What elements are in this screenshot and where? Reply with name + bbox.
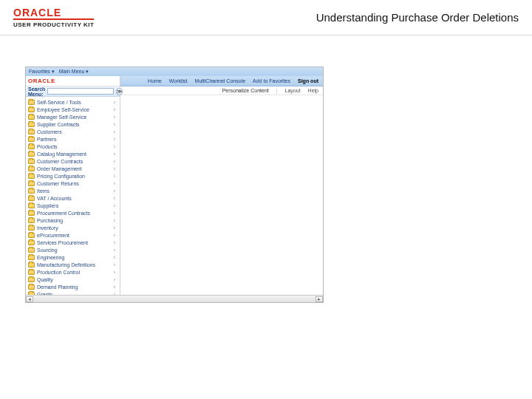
nav-worklist[interactable]: Worklist [169, 78, 188, 83]
submenu-caret-icon: › [114, 159, 120, 164]
oracle-upk-subtitle: USER PRODUCTIVITY KIT [13, 18, 94, 28]
folder-icon [28, 181, 35, 186]
scroll-left-arrow-icon[interactable]: ◄ [26, 296, 33, 302]
menu-item[interactable]: Customers› [28, 128, 120, 135]
nav-add-to-favorites[interactable]: Add to Favorites [253, 78, 290, 83]
menu-item-label: Services Procurement [37, 240, 88, 245]
folder-icon [28, 107, 35, 112]
menu-item[interactable]: Sourcing› [28, 246, 120, 253]
folder-icon [28, 277, 35, 282]
search-menu-input[interactable] [47, 88, 114, 95]
submenu-caret-icon: › [114, 225, 120, 231]
folder-icon [28, 240, 35, 245]
main-menu[interactable]: Main Menu ▾ [59, 69, 89, 75]
menu-item-label: Demand Planning [37, 284, 78, 290]
nav-multichannel-console[interactable]: MultiChannel Console [195, 78, 245, 83]
folder-icon [28, 225, 35, 231]
submenu-caret-icon: › [114, 115, 120, 120]
submenu-caret-icon: › [114, 218, 120, 223]
embedded-app-window: Favorites ▾ Main Menu ▾ ORACLE Search Me… [25, 66, 324, 303]
menu-item-label: Products [37, 144, 58, 149]
submenu-caret-icon: › [114, 196, 120, 201]
menu-item[interactable]: Demand Planning› [28, 283, 120, 290]
menu-item[interactable]: Products› [28, 143, 120, 150]
nav-sign-out[interactable]: Sign out [298, 78, 318, 83]
submenu-caret-icon: › [114, 203, 120, 208]
menu-item[interactable]: Services Procurement› [28, 239, 120, 246]
menu-item-label: Manager Self-Service [37, 115, 86, 120]
menu-item[interactable]: Manufacturing Definitions› [28, 261, 120, 268]
in-app-oracle-logo: ORACLE [26, 76, 120, 86]
menu-item[interactable]: Purchasing› [28, 216, 120, 224]
horizontal-scrollbar[interactable]: ◄ ► [26, 295, 323, 302]
menu-item[interactable]: Customer Contracts› [28, 157, 120, 165]
menu-item-label: Quality [37, 277, 53, 282]
folder-icon [28, 248, 35, 253]
menu-item[interactable]: Engineering› [28, 253, 120, 261]
submenu-caret-icon: › [114, 255, 120, 260]
oracle-logo: ORACLE [13, 7, 94, 18]
scroll-right-arrow-icon[interactable]: ► [316, 296, 323, 302]
menu-item[interactable]: Manager Self-Service› [28, 113, 120, 120]
folder-icon [28, 203, 35, 208]
submenu-caret-icon: › [114, 284, 120, 290]
folder-icon [28, 284, 35, 290]
page-title: Understanding Purchase Order Deletions [316, 11, 519, 24]
menu-item[interactable]: Catalog Management› [28, 150, 120, 157]
oracle-brand-block: ORACLE USER PRODUCTIVITY KIT [13, 7, 94, 28]
global-nav-bar: Home Worklist MultiChannel Console Add t… [120, 76, 323, 86]
menu-item[interactable]: Supplier Contracts› [28, 120, 120, 128]
submenu-caret-icon: › [114, 151, 120, 157]
submenu-caret-icon: › [114, 270, 120, 275]
folder-icon [28, 129, 35, 134]
menu-item[interactable]: Pricing Configuration› [28, 172, 120, 180]
folder-icon [28, 137, 35, 142]
menu-item[interactable]: Suppliers› [28, 202, 120, 209]
menu-search-row: Search Menu: ≫ [26, 86, 120, 97]
search-menu-label: Search Menu: [28, 86, 45, 97]
menu-item-label: Employee Self-Service [37, 107, 89, 112]
submenu-caret-icon: › [114, 240, 120, 245]
folder-icon [28, 151, 35, 157]
main-menu-tree[interactable]: Self-Service / Tools›Employee Self-Servi… [26, 97, 120, 295]
menu-item-label: Supplier Contracts [37, 122, 80, 127]
menu-item[interactable]: Self-Service / Tools› [28, 98, 120, 106]
content-pane: Home Worklist MultiChannel Console Add t… [120, 76, 323, 295]
menu-item[interactable]: Quality› [28, 276, 120, 283]
menu-item-label: Customer Returns [37, 181, 79, 186]
menu-item-label: Catalog Management [37, 151, 86, 157]
help-link[interactable]: Help [308, 88, 318, 93]
menu-item[interactable]: Employee Self-Service› [28, 106, 120, 113]
submenu-caret-icon: › [114, 129, 120, 134]
menu-item-label: Engineering [37, 255, 64, 260]
folder-icon [28, 196, 35, 201]
submenu-caret-icon: › [114, 262, 120, 267]
personalize-label: Personalize Content [222, 88, 269, 93]
folder-icon [28, 144, 35, 149]
menu-item[interactable]: eProcurement› [28, 231, 120, 239]
menu-item[interactable]: Procurement Contracts› [28, 209, 120, 216]
menu-item[interactable]: Order Management› [28, 165, 120, 172]
folder-icon [28, 100, 35, 105]
menu-item-label: Partners [37, 137, 56, 142]
app-breadcrumb-bar: Favorites ▾ Main Menu ▾ [26, 67, 323, 76]
menu-item-label: Production Control [37, 270, 80, 275]
submenu-caret-icon: › [114, 122, 120, 127]
menu-item[interactable]: Production Control› [28, 268, 120, 276]
folder-icon [28, 270, 35, 275]
personalize-bar: Personalize Content | Layout Help [120, 86, 323, 95]
personalize-layout-link[interactable]: Layout [285, 88, 301, 93]
content-area [120, 95, 323, 295]
folder-icon [28, 218, 35, 223]
menu-item[interactable]: Items› [28, 187, 120, 194]
menu-item-label: Customers [37, 129, 62, 134]
favorites-menu[interactable]: Favorites ▾ [29, 69, 55, 75]
menu-item[interactable]: Partners› [28, 135, 120, 143]
menu-item-label: Purchasing [37, 218, 63, 223]
menu-item[interactable]: VAT / Accounts› [28, 194, 120, 202]
nav-home[interactable]: Home [148, 78, 162, 83]
separator-icon: | [276, 88, 278, 93]
menu-item[interactable]: Customer Returns› [28, 180, 120, 187]
doc-header: ORACLE USER PRODUCTIVITY KIT Understandi… [0, 0, 532, 35]
menu-item[interactable]: Inventory› [28, 224, 120, 231]
